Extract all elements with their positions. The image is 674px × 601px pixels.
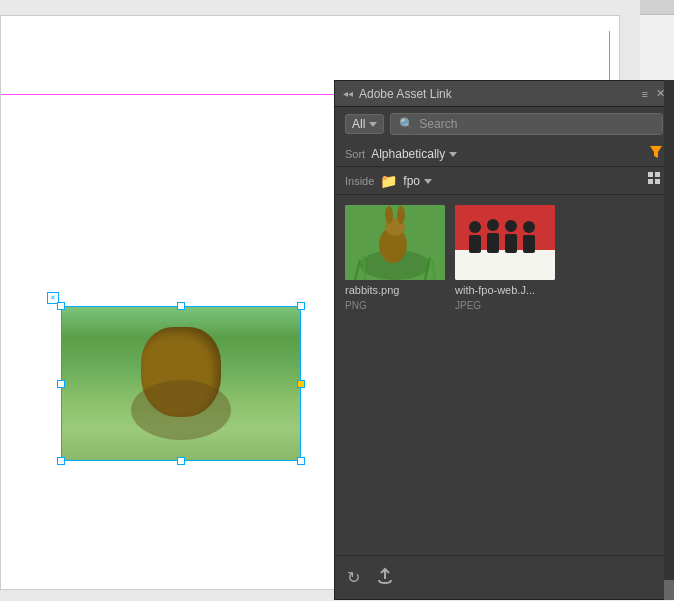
search-box[interactable]: 🔍 Search [390, 113, 663, 135]
filter-chevron-icon [369, 117, 377, 131]
panel-menu-button[interactable]: ≡ [642, 88, 648, 100]
svg-marker-0 [650, 146, 662, 158]
asset-link-panel: ◂◂ Adobe Asset Link ≡ ✕ All 🔍 Search Sor… [334, 80, 674, 600]
asset-type-rabbits: PNG [345, 300, 445, 311]
handle-bottom-right[interactable] [297, 457, 305, 465]
asset-type-people: JPEG [455, 300, 555, 311]
handle-bottom-middle[interactable] [177, 457, 185, 465]
panel-title-left: ◂◂ Adobe Asset Link [343, 87, 452, 101]
filter-dropdown[interactable]: All [345, 114, 384, 134]
svg-point-10 [397, 206, 405, 224]
panel-sort-row: Sort Alphabetically [335, 141, 673, 167]
refresh-button[interactable]: ↻ [347, 568, 360, 587]
folder-name-text: fpo [403, 174, 420, 188]
svg-rect-2 [655, 172, 660, 177]
svg-point-23 [523, 221, 535, 233]
asset-thumb-people [455, 205, 555, 280]
asset-name-people: with-fpo-web.J... [455, 284, 555, 296]
svg-rect-24 [523, 235, 535, 253]
scrollbar-thumb[interactable] [664, 580, 674, 600]
panel-title-controls: ≡ ✕ [642, 87, 665, 100]
svg-rect-20 [487, 233, 499, 253]
canvas-image-box [61, 306, 301, 461]
asset-grid: rabbits.png PNG [345, 205, 663, 311]
svg-point-17 [469, 221, 481, 233]
panel-search-row: All 🔍 Search [335, 107, 673, 141]
search-icon: 🔍 [399, 117, 414, 131]
handle-top-middle[interactable] [177, 302, 185, 310]
sort-chevron-icon [449, 147, 457, 161]
sort-label: Sort [345, 148, 365, 160]
folder-icon: 📁 [380, 173, 397, 189]
asset-item-people[interactable]: with-fpo-web.J... JPEG [455, 205, 555, 311]
folder-chevron-icon [424, 174, 432, 188]
right-scrollbar[interactable] [664, 80, 674, 600]
svg-rect-22 [505, 234, 517, 253]
panel-title-text: Adobe Asset Link [359, 87, 452, 101]
handle-top-left[interactable] [57, 302, 65, 310]
panel-content: rabbits.png PNG [335, 195, 673, 555]
panel-collapse-arrow[interactable]: ◂◂ [343, 88, 353, 99]
svg-point-21 [505, 220, 517, 232]
filter-value: All [352, 117, 365, 131]
sort-dropdown[interactable]: Alphabetically [371, 147, 457, 161]
asset-name-rabbits: rabbits.png [345, 284, 445, 296]
svg-rect-18 [469, 235, 481, 253]
grid-view-button[interactable] [647, 171, 663, 190]
handle-bottom-left[interactable] [57, 457, 65, 465]
sort-value: Alphabetically [371, 147, 445, 161]
folder-name-container[interactable]: fpo [403, 174, 432, 188]
canvas-image-container[interactable]: ✕ [61, 306, 301, 461]
svg-rect-4 [655, 179, 660, 184]
upload-button[interactable] [376, 567, 394, 589]
rabbit-canvas-image [62, 307, 300, 460]
search-placeholder: Search [419, 117, 457, 131]
svg-rect-1 [648, 172, 653, 177]
panel-inside-row: Inside 📁 fpo [335, 167, 673, 195]
handle-top-right[interactable] [297, 302, 305, 310]
svg-rect-16 [455, 250, 555, 280]
handle-middle-left[interactable] [57, 380, 65, 388]
asset-item-rabbits[interactable]: rabbits.png PNG [345, 205, 445, 311]
asset-thumb-rabbits [345, 205, 445, 280]
handle-middle-right[interactable] [297, 380, 305, 388]
svg-point-9 [385, 206, 393, 224]
inside-label: Inside [345, 175, 374, 187]
filter-funnel-button[interactable] [649, 145, 663, 162]
rabbit-thumbnail [345, 205, 445, 280]
panel-bottom: ↻ [335, 555, 673, 599]
panel-titlebar: ◂◂ Adobe Asset Link ≡ ✕ [335, 81, 673, 107]
svg-point-19 [487, 219, 499, 231]
svg-rect-3 [648, 179, 653, 184]
people-thumbnail [455, 205, 555, 280]
